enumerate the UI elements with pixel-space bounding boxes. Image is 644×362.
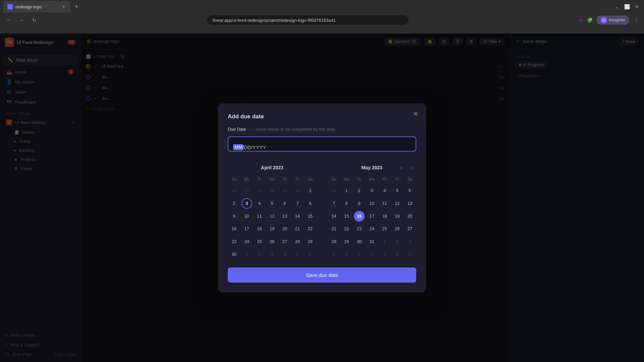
window-close-button[interactable]: ✕ xyxy=(633,3,641,10)
may-day[interactable]: 20 xyxy=(405,211,415,222)
april-day[interactable]: 17 xyxy=(241,224,252,234)
april-day[interactable]: 24 xyxy=(241,236,252,247)
april-day[interactable]: 6 xyxy=(279,198,290,209)
may-day[interactable]: 5 xyxy=(341,249,352,260)
may-day[interactable]: 27 xyxy=(405,224,415,234)
april-day[interactable]: 22 xyxy=(305,224,316,234)
april-day[interactable]: 21 xyxy=(292,224,303,234)
april-day[interactable]: 5 xyxy=(292,249,303,260)
april-day[interactable]: 6 xyxy=(305,249,316,260)
may-day[interactable]: 31 xyxy=(367,236,377,247)
window-minimize-button[interactable]: ⌄ xyxy=(613,3,621,10)
april-day[interactable]: 27 xyxy=(241,185,252,196)
april-day[interactable]: 19 xyxy=(267,224,277,234)
april-day[interactable]: 13 xyxy=(279,211,290,222)
profile-button[interactable]: In Incognito xyxy=(596,15,629,25)
calendar-next-button[interactable]: › xyxy=(408,163,416,172)
april-day[interactable]: 3 xyxy=(267,249,277,260)
april-day[interactable]: 25 xyxy=(254,236,265,247)
may-day[interactable]: 12 xyxy=(392,198,402,209)
may-day[interactable]: 28 xyxy=(328,236,339,247)
april-day[interactable]: 2 xyxy=(254,249,265,260)
may-day[interactable]: 17 xyxy=(367,211,377,222)
may-day[interactable]: 1 xyxy=(341,185,352,196)
april-day[interactable]: 23 xyxy=(229,236,239,247)
browser-menu-button[interactable]: ⋮ xyxy=(633,16,640,24)
may-day[interactable]: 10 xyxy=(405,249,415,260)
april-day[interactable]: 3 xyxy=(241,198,252,209)
may-day[interactable]: 19 xyxy=(392,211,402,222)
april-day[interactable]: 10 xyxy=(241,211,252,222)
may-day[interactable]: 16 xyxy=(354,211,365,222)
april-day[interactable]: 26 xyxy=(229,185,239,196)
date-input[interactable] xyxy=(228,136,416,152)
may-day[interactable]: 2 xyxy=(354,185,365,196)
april-day[interactable]: 4 xyxy=(254,198,265,209)
may-day[interactable]: 21 xyxy=(328,224,339,234)
may-day[interactable]: 9 xyxy=(392,249,402,260)
april-day[interactable]: 29 xyxy=(267,185,277,196)
may-day[interactable]: 13 xyxy=(405,198,415,209)
april-day[interactable]: 20 xyxy=(279,224,290,234)
save-due-date-button[interactable]: Save due date xyxy=(228,267,416,283)
april-day[interactable]: 1 xyxy=(241,249,252,260)
may-day[interactable]: 2 xyxy=(392,236,402,247)
april-day[interactable]: 8 xyxy=(305,198,316,209)
may-day[interactable]: 7 xyxy=(328,198,339,209)
address-bar[interactable]: linear.app/ui-feed-redesign/project/rede… xyxy=(207,15,409,25)
may-day[interactable]: 1 xyxy=(379,236,390,247)
april-day[interactable]: 18 xyxy=(254,224,265,234)
calendar-prev-button[interactable]: ‹ xyxy=(397,163,406,172)
may-day[interactable]: 25 xyxy=(379,224,390,234)
may-day[interactable]: 6 xyxy=(405,185,415,196)
forward-button[interactable]: → xyxy=(17,15,26,25)
may-day[interactable]: 3 xyxy=(367,185,377,196)
extensions-icon[interactable]: 🧩 xyxy=(586,17,593,23)
may-day[interactable]: 5 xyxy=(392,185,402,196)
april-day[interactable]: 2 xyxy=(229,198,239,209)
april-day[interactable]: 9 xyxy=(229,211,239,222)
may-day[interactable]: 6 xyxy=(354,249,365,260)
april-day[interactable]: 7 xyxy=(292,198,303,209)
active-tab[interactable]: 🔷 redesign logo ✕ xyxy=(3,1,70,12)
april-day[interactable]: 30 xyxy=(279,185,290,196)
may-day[interactable]: 3 xyxy=(405,236,415,247)
bookmark-icon[interactable]: ☆ xyxy=(577,17,584,23)
may-day[interactable]: 23 xyxy=(354,224,365,234)
april-day[interactable]: 1 xyxy=(305,185,316,196)
may-day[interactable]: 30 xyxy=(354,236,365,247)
may-day[interactable]: 8 xyxy=(341,198,352,209)
april-day[interactable]: 28 xyxy=(254,185,265,196)
may-day[interactable]: 10 xyxy=(367,198,377,209)
april-day[interactable]: 29 xyxy=(305,236,316,247)
modal-overlay[interactable]: Add due date ✕ Due Date — Issue needs to… xyxy=(0,34,644,362)
new-tab-button[interactable]: + xyxy=(72,2,82,11)
april-day[interactable]: 4 xyxy=(279,249,290,260)
may-day[interactable]: 7 xyxy=(367,249,377,260)
april-day[interactable]: 31 xyxy=(292,185,303,196)
may-day[interactable]: 18 xyxy=(379,211,390,222)
modal-close-button[interactable]: ✕ xyxy=(411,109,420,119)
back-button[interactable]: ← xyxy=(4,15,13,25)
may-day[interactable]: 29 xyxy=(341,236,352,247)
refresh-button[interactable]: ↻ xyxy=(30,15,39,25)
may-day[interactable]: 30 xyxy=(328,185,339,196)
may-day[interactable]: 9 xyxy=(354,198,365,209)
may-day[interactable]: 11 xyxy=(379,198,390,209)
may-day[interactable]: 26 xyxy=(392,224,402,234)
april-day[interactable]: 11 xyxy=(254,211,265,222)
april-day[interactable]: 14 xyxy=(292,211,303,222)
may-day[interactable]: 22 xyxy=(341,224,352,234)
window-maximize-button[interactable]: ⬜ xyxy=(623,3,631,10)
may-day[interactable]: 4 xyxy=(379,185,390,196)
april-day[interactable]: 16 xyxy=(229,224,239,234)
may-day[interactable]: 8 xyxy=(379,249,390,260)
april-day[interactable]: 12 xyxy=(267,211,277,222)
may-day[interactable]: 4 xyxy=(328,249,339,260)
april-day[interactable]: 28 xyxy=(292,236,303,247)
april-day[interactable]: 30 xyxy=(229,249,239,260)
may-day[interactable]: 15 xyxy=(341,211,352,222)
april-day[interactable]: 27 xyxy=(279,236,290,247)
may-day[interactable]: 14 xyxy=(328,211,339,222)
tab-close-button[interactable]: ✕ xyxy=(60,4,66,10)
